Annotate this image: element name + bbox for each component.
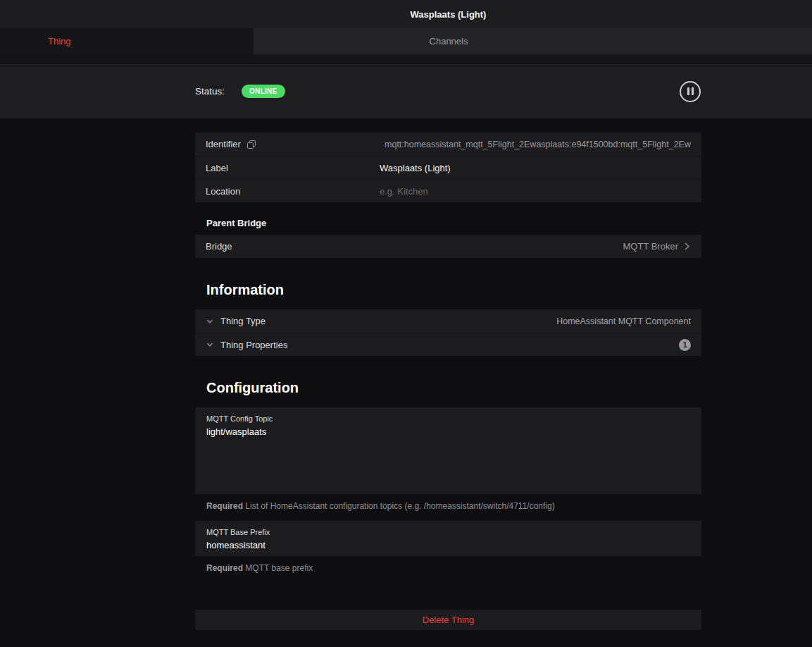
thing-type-value: HomeAssistant MQTT Component <box>266 316 691 326</box>
navbar: Wasplaats (Light) <box>0 0 812 28</box>
thing-form-card: Identifier mqtt:homeassistant_mqtt_5Flig… <box>195 133 701 202</box>
label-field-label: Label <box>206 163 380 173</box>
location-input[interactable] <box>380 186 691 197</box>
bridge-row[interactable]: Bridge MQTT Broker <box>195 235 701 258</box>
tab-bar: Thing Channels <box>0 28 812 54</box>
chevron-down-icon <box>206 317 214 326</box>
required-flag: Required <box>206 501 243 511</box>
config-topic-field: MQTT Config Topic light/wasplaats <box>195 407 701 494</box>
thing-properties-label: Thing Properties <box>220 340 287 350</box>
config-topic-label: MQTT Config Topic <box>206 414 690 423</box>
identifier-row: Identifier mqtt:homeassistant_mqtt_5Flig… <box>195 133 701 156</box>
parent-bridge-heading: Parent Bridge <box>206 218 701 228</box>
page-title: Wasplaats (Light) <box>85 0 812 28</box>
tab-thing[interactable]: Thing <box>0 28 254 54</box>
base-prefix-label: MQTT Base Prefix <box>206 528 690 536</box>
delete-thing-button[interactable]: Delete Thing <box>195 610 701 630</box>
label-row: Label <box>195 156 701 179</box>
bridge-value: MQTT Broker <box>623 241 679 252</box>
chevron-down-icon <box>206 340 214 349</box>
config-topic-hint: Required List of HomeAssistant configura… <box>206 501 701 511</box>
identifier-label-wrap: Identifier <box>206 139 380 149</box>
divider-strip <box>0 54 812 64</box>
properties-count-badge: 1 <box>679 339 691 351</box>
status-section: Status: ONLINE <box>0 64 812 118</box>
bridge-label: Bridge <box>206 241 380 252</box>
tab-channels-label: Channels <box>430 36 468 47</box>
main-content: Identifier mqtt:homeassistant_mqtt_5Flig… <box>0 118 812 630</box>
information-card: Thing Type HomeAssistant MQTT Component … <box>195 309 701 356</box>
status-badge: ONLINE <box>242 85 285 98</box>
thing-type-row[interactable]: Thing Type HomeAssistant MQTT Component <box>195 309 701 333</box>
chevron-right-icon <box>683 242 691 251</box>
base-prefix-input[interactable] <box>206 540 690 550</box>
tab-channels[interactable]: Channels <box>254 28 644 54</box>
status-label: Status: <box>195 86 225 97</box>
thing-properties-row[interactable]: Thing Properties 1 <box>195 333 701 356</box>
configuration-heading: Configuration <box>206 380 701 396</box>
identifier-label: Identifier <box>206 139 241 149</box>
label-input[interactable] <box>380 163 691 173</box>
base-prefix-hint: Required MQTT base prefix <box>206 563 701 573</box>
tab-thing-label: Thing <box>48 36 71 47</box>
information-heading: Information <box>206 282 701 298</box>
base-prefix-field: MQTT Base Prefix <box>195 521 701 556</box>
location-row: Location <box>195 179 701 202</box>
required-flag: Required <box>206 563 243 573</box>
config-topic-textarea[interactable]: light/wasplaats <box>206 426 690 488</box>
thing-type-label: Thing Type <box>220 316 266 326</box>
parent-bridge-card: Bridge MQTT Broker <box>195 235 701 258</box>
identifier-value: mqtt:homeassistant_mqtt_5Flight_2Ewaspla… <box>380 140 691 149</box>
location-field-label: Location <box>206 186 380 197</box>
pause-icon <box>687 87 689 95</box>
copy-icon[interactable] <box>247 140 256 149</box>
pause-button[interactable] <box>680 81 701 102</box>
